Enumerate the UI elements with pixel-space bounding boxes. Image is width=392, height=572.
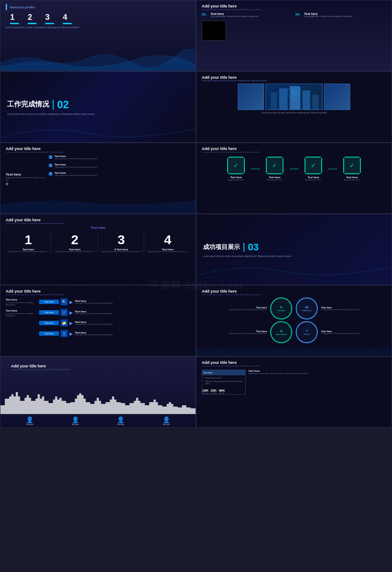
check-box-2: ✓ — [266, 157, 283, 174]
slide-9: Add your title here Lorem ipsum dolor si… — [0, 285, 196, 356]
flow-body-3: Lorem ipsum dolor sit amet, consectetuer… — [75, 323, 113, 326]
right-col: Text here 🔍 ▶ Text here Lorem ipsum dolo… — [39, 298, 190, 341]
num-body-4: Copy paste fonts. Choose the only option… — [148, 251, 187, 253]
grid-wave-decoration — [0, 111, 196, 142]
left-title-2: Text here — [6, 309, 36, 312]
swot-letter-s: S — [280, 305, 282, 309]
slide-3-main-title: 工作完成情况 02 — [7, 99, 189, 111]
people-row: 👤 Text here 👤 Text here 👤 Text here 👤 Te… — [0, 416, 196, 425]
stat-num-3: 46K — [218, 389, 225, 392]
connector-3 — [328, 169, 337, 169]
swot-word-s: strengths — [277, 309, 285, 312]
flow-body-4: Lorem ipsum dolor sit amet, consectetuer… — [75, 334, 113, 336]
person-1: 👤 Text here — [26, 416, 33, 425]
item-3-body: Copy paste fonts. Choose the only option… — [54, 174, 98, 176]
person-label-2: Text here — [72, 423, 79, 425]
right-col-12: Text here Supporting text here. When you… — [248, 370, 386, 395]
wave-bg-10 — [196, 343, 392, 356]
item-2-body: Copy paste fonts. Choose the only option… — [54, 166, 98, 168]
swot-circle-o: O opportunities — [270, 321, 292, 343]
check-body-4: Supporting text here. — [344, 179, 360, 181]
slide-1-body: Lorem ipsum dolor sit amet, consectetuer… — [6, 26, 190, 29]
image-placeholder-dark — [202, 21, 226, 40]
flow-icon-1: 🔍 — [61, 298, 68, 305]
left-table: Text here • Supporting text here. • When… — [202, 370, 246, 395]
num-body-1: Copy paste fonts. Choose the only option… — [8, 251, 48, 253]
swot-content: Text here • Copy paste fonts. Choose the… — [202, 297, 386, 343]
flow-label-4: Text here — [39, 331, 59, 336]
slide-9-content: Text here Lorem ipsum dolor sit amet, co… — [6, 298, 190, 341]
numbers-row: 1 Text here Copy paste fonts. Choose the… — [6, 233, 190, 253]
flow-icon-4: 👤 — [61, 330, 68, 337]
item-4-body: Copy paste fonts. Choose the only option… — [304, 15, 353, 18]
slide-12-subtitle: Lorem ipsum dolor sit amet consectetuer … — [202, 365, 386, 367]
chinese-title-8: 成功项目展示 — [203, 243, 240, 251]
swot-letter-t: T — [306, 329, 308, 333]
list-item: 02. Text here Copy paste fonts. Choose t… — [202, 12, 293, 18]
arrow-4: ▶ — [69, 331, 73, 336]
check-body-1: Supporting text here. — [228, 179, 244, 181]
slide-5: Add your title here Lorem ipsum dolor si… — [0, 143, 196, 214]
check-box-4: ✓ — [343, 157, 361, 174]
item-num-02: 02. — [202, 12, 209, 18]
flow-icon-2: 🛒 — [61, 309, 68, 316]
slide-7-subtitle: Lorem ipsum dolor sit amet consectetuer … — [6, 222, 190, 224]
flow-label-2: Text here — [39, 310, 59, 315]
item-2-title: Text here — [211, 12, 260, 15]
item-num-04: 04. — [295, 12, 302, 18]
stat-item-2: 32K 20xx Q3 — [211, 389, 217, 394]
left-item-1: Text here Lorem ipsum dolor sit amet, co… — [6, 298, 36, 306]
swot-body-w: • Copy paste fonts. Choose the only opti… — [321, 309, 386, 311]
slide-12-title: Add your title here — [202, 360, 386, 365]
row-text-1: Supporting text here. — [205, 377, 221, 379]
table-body: • Supporting text here. • When you copy … — [202, 375, 245, 387]
left-item-2: Text here Lorem ipsum dolor sit amet, co… — [6, 309, 36, 317]
vertical-divider-8 — [243, 243, 244, 252]
table-area: Text here • Supporting text here. • When… — [202, 370, 386, 395]
person-label-1: Text here — [26, 423, 33, 425]
flow-item-3: Text here 📁 ▶ Text here Lorem ipsum dolo… — [39, 319, 190, 326]
person-2: 👤 Text here — [72, 416, 79, 425]
slide-5-subtitle: Lorem ipsum dolor sit amet consectetuer … — [6, 151, 190, 153]
check-item-4: ✓ Text here Supporting text here. — [339, 157, 365, 181]
big-num-2: 2 — [71, 233, 79, 246]
left-body: Copy paste fonts. Choose the only option… — [6, 176, 45, 181]
city-silhouette — [0, 390, 196, 414]
num-item-4: 4 Text here Copy paste fonts. Choose the… — [145, 233, 190, 253]
big-num-3: 3 — [118, 233, 125, 246]
bullet-2: • — [203, 380, 204, 385]
check-body-2: Supporting text here. — [266, 179, 283, 181]
list-item: 04. Text here Copy paste fonts. Choose t… — [295, 12, 386, 18]
num-body-2: Copy paste fonts. Choose the only option… — [55, 251, 94, 253]
slide-6: Add your title here Lorem ipsum dolor si… — [196, 143, 392, 214]
num-item-3: 3 3 Text here Copy paste fonts. Choose t… — [99, 233, 145, 253]
swot-row-1: Text here • Copy paste fonts. Choose the… — [202, 297, 386, 319]
wave-bg-5 — [0, 196, 196, 213]
slide-8-main-title: 成功项目展示 03 — [203, 242, 385, 253]
num-1: 1 — [10, 13, 19, 24]
stats-row: 18K 20xx Q3 32K 20xx Q3 46K 20xx Q3 — [202, 389, 245, 394]
flow-item-4: Text here 👤 ▶ Text here Lorem ipsum dolo… — [39, 330, 190, 337]
slide-9-subtitle: Lorem ipsum dolor sit amet consectetuer … — [6, 293, 190, 296]
check-box-3: ✓ — [305, 157, 322, 174]
arrow-1: ▶ — [69, 300, 73, 304]
num-2: 2 — [28, 13, 36, 24]
stat-label-1: 20xx Q3 — [202, 392, 209, 394]
person-4: 👤 Text here — [163, 416, 170, 425]
slide-2-title: Add your title here — [202, 4, 386, 8]
slide-4-title: Add your title here — [202, 75, 386, 80]
flow-body-2: Lorem ipsum dolor sit amet, consectetuer… — [75, 313, 113, 315]
slide-7: Add your title here Lorem ipsum dolor si… — [0, 214, 196, 285]
dot-3 — [49, 172, 52, 176]
slide-3-number: 02 — [57, 99, 69, 111]
slide-2: Add your title here Lorem ipsum dolor si… — [196, 0, 392, 71]
svg-rect-2 — [271, 92, 277, 110]
check-item-2: ✓ Text here Supporting text here. — [261, 157, 288, 181]
connector-1 — [251, 169, 260, 169]
swot-text-o: Text here • Copy paste fonts. Choose the… — [202, 330, 269, 335]
swot-text-t: Text here • Copy paste fonts. Choose the… — [319, 330, 386, 335]
left-body-2: Lorem ipsum dolor sit amet, consectetuer… — [6, 313, 36, 317]
connector-2 — [290, 169, 298, 169]
check-items-row: ✓ Text here Supporting text here. ✓ Text… — [202, 157, 386, 181]
swot-word-t: threats — [304, 333, 309, 335]
